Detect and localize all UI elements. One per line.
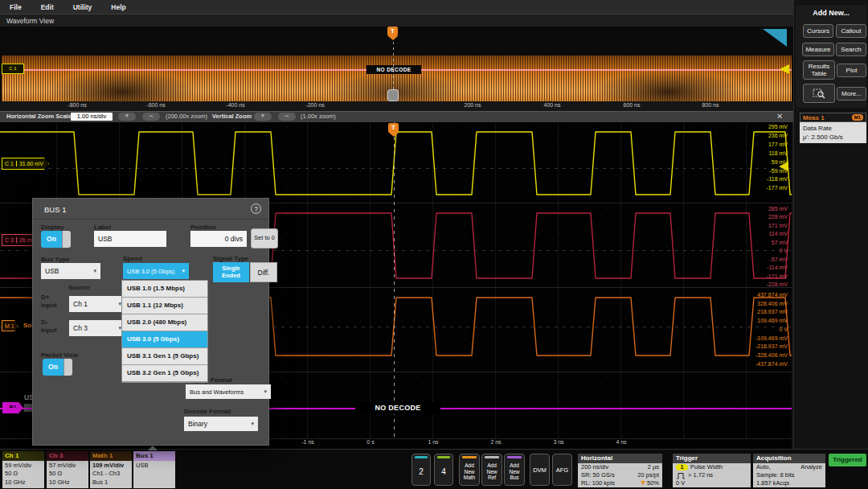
no-decode-label: NO DECODE <box>355 402 440 414</box>
meas1-result-body[interactable]: Data Rate μ': 2.500 Gb/s <box>800 122 866 143</box>
display-toggle[interactable]: On <box>41 231 71 248</box>
add-callout-button[interactable]: Callout <box>836 24 866 38</box>
meas1-name: Meas 1 <box>803 114 825 121</box>
overview-trigger-level-arrow[interactable] <box>780 64 789 74</box>
speed-option[interactable]: USB 1.1 (12 Mbps) <box>122 298 207 314</box>
main-trigger-marker[interactable]: T <box>388 123 399 133</box>
label-input[interactable]: USB <box>94 231 166 247</box>
afg-button[interactable]: AFG <box>552 454 572 486</box>
ch1-badge[interactable]: Ch 1 59 mV/div 50 Ω 10 GHz <box>2 451 44 487</box>
speed-dropdown[interactable]: USB 3.0 (5 Gbps) ▾ <box>123 263 189 279</box>
acquisition-panel[interactable]: Acquisition Auto,Analyze Sample: 8 bits … <box>753 454 825 487</box>
channel-4-button[interactable]: 4 <box>434 454 453 486</box>
ch1-badge-value: 31.60 mV <box>17 161 48 166</box>
add-search-button[interactable]: Search <box>836 43 866 56</box>
menu-item[interactable]: Edit <box>41 3 54 11</box>
horizontal-panel[interactable]: Horizontal 200 ns/div2 μs SR: 50 GS/s20 … <box>578 454 662 487</box>
add-plot-button[interactable]: Plot <box>837 64 866 77</box>
toggle-knob <box>62 231 71 248</box>
scale-label: 59 mV <box>739 158 788 167</box>
chevron-down-icon: ▾ <box>251 421 254 427</box>
display-format-dropdown[interactable]: Bus and Waveforms ▾ <box>186 384 271 399</box>
dminus-input-label: D- Input <box>41 318 65 335</box>
more-button[interactable]: More... <box>837 87 866 101</box>
signal-type-label: Signal Type <box>213 255 248 262</box>
speed-option[interactable]: USB 3.0 (5 Gbps) <box>122 331 207 348</box>
h-zoom-factor: (200.00x zoom) <box>166 113 207 120</box>
dplus-source-value: Ch 1 <box>73 300 88 308</box>
channel-2-button[interactable]: 2 <box>411 454 431 486</box>
speed-options-list: USB 1.0 (1.5 Mbps)USB 1.1 (12 Mbps)USB 2… <box>121 280 208 383</box>
scale-label: 328.406 mV <box>739 300 788 309</box>
add-results-table-button[interactable]: Results Table <box>803 60 835 80</box>
ch3-badge-title: Ch 3 <box>47 451 88 461</box>
time-label: 400 ns <box>543 102 560 108</box>
add-new-title: Add New... <box>796 9 866 17</box>
math1-badge-label: M 1 <box>2 323 17 329</box>
dvm-button[interactable]: DVM <box>530 454 550 486</box>
scale-label: -218.937 mV <box>739 343 788 351</box>
add-cursors-button[interactable]: Cursors <box>803 24 833 38</box>
menu-item[interactable]: File <box>10 3 22 11</box>
ch1-trace <box>0 132 792 195</box>
scale-label: 114 mV <box>739 230 788 238</box>
scale-label: 0 V <box>739 247 788 255</box>
h-zoom-minus-button[interactable]: − <box>142 113 160 121</box>
add-new-ref-button[interactable]: Add New Ref <box>481 454 502 486</box>
bus1-badge-title: Bus 1 <box>133 451 175 461</box>
scale-label: 218.937 mV <box>739 308 788 317</box>
decode-format-dropdown[interactable]: Binary ▾ <box>184 417 258 431</box>
add-zoom-button[interactable] <box>803 84 835 103</box>
packet-view-label: Packet View <box>41 351 78 359</box>
bus-type-dropdown[interactable]: USB ▾ <box>41 263 100 279</box>
bus1-badge[interactable]: Bus 1 USB <box>133 451 175 487</box>
h-zoom-scale-input[interactable]: 1.00 ns/div <box>71 113 113 121</box>
scale-label: -118 mV <box>739 175 788 184</box>
h-zoom-plus-button[interactable]: + <box>118 113 136 121</box>
add-new-bus-button[interactable]: Add New Bus <box>504 454 525 486</box>
single-ended-button[interactable]: Single Ended <box>213 262 249 282</box>
position-input[interactable]: 0 divs <box>190 231 247 247</box>
meas1-value: μ': 2.500 Gb/s <box>803 133 863 142</box>
menu-item[interactable]: Utility <box>73 3 92 11</box>
oscilloscope-app: FileEditUtilityHelp Waveform View C 1 NO… <box>0 0 868 489</box>
dplus-source-dropdown[interactable]: Ch 1 ▾ <box>69 296 125 312</box>
add-new-math-button[interactable]: Add New Math <box>459 454 480 486</box>
speed-option[interactable]: USB 3.2 Gen 1 (5 Gbps) <box>122 365 207 382</box>
scale-label: -228 mV <box>739 281 788 289</box>
overview-trigger-marker[interactable]: T <box>387 27 398 36</box>
bus1-badge-notch <box>148 446 158 450</box>
time-label: 2 ns <box>490 439 501 445</box>
overview-corner-indicator <box>763 29 787 47</box>
label-label: Label <box>94 224 111 231</box>
diff-button[interactable]: Diff. <box>250 262 277 282</box>
scale-label: -109.469 mV <box>739 335 788 343</box>
ch1-handle-badge[interactable]: C 1 31.60 mV <box>2 158 49 170</box>
packet-view-toggle[interactable]: On <box>43 359 72 376</box>
math1-badge[interactable]: Math 1 109 mV/div Ch1 - Ch3 Bus 1 <box>90 451 132 487</box>
scale-label: 437.874 mV <box>739 291 788 300</box>
decode-format-value: Binary <box>188 420 207 428</box>
trigger-panel[interactable]: Trigger 1Pulse Width > 1.72 ns 0 V <box>673 454 751 487</box>
overview-time-axis: -800 ns-600 ns-400 ns-200 ns200 ns400 ns… <box>0 101 793 111</box>
overview-channel-badge[interactable]: C 1 <box>2 64 24 74</box>
dminus-source-dropdown[interactable]: Ch 3 ▾ <box>69 320 125 336</box>
menu-item[interactable]: Help <box>111 3 125 11</box>
h-zoom-scale-label: Horizontal Zoom Scale <box>6 113 72 120</box>
zoom-window-handle[interactable] <box>387 89 399 101</box>
speed-option[interactable]: USB 3.1 Gen 1 (5 Gbps) <box>122 348 207 365</box>
dialog-divider <box>33 219 268 220</box>
speed-option[interactable]: USB 1.0 (1.5 Mbps) <box>122 281 207 298</box>
waveform-view-tab[interactable]: Waveform View <box>0 14 793 27</box>
speed-option[interactable]: USB 2.0 (480 Mbps) <box>122 314 207 331</box>
ch3-badge[interactable]: Ch 3 57 mV/div 50 Ω 10 GHz <box>47 451 88 487</box>
add-measure-button[interactable]: Measure <box>802 43 834 56</box>
v-zoom-minus-button[interactable]: − <box>278 113 296 121</box>
close-zoom-overview-icon[interactable]: ✕ <box>776 112 783 121</box>
set-to-zero-button[interactable]: Set to 0 <box>251 228 278 249</box>
math1-handle-badge[interactable]: M 1 <box>2 320 18 331</box>
scale-label: 177 mV <box>739 141 788 150</box>
meas1-result-header[interactable]: Meas 1 M1 <box>800 113 866 122</box>
v-zoom-plus-button[interactable]: + <box>254 113 272 121</box>
help-icon[interactable]: ? <box>251 203 261 214</box>
